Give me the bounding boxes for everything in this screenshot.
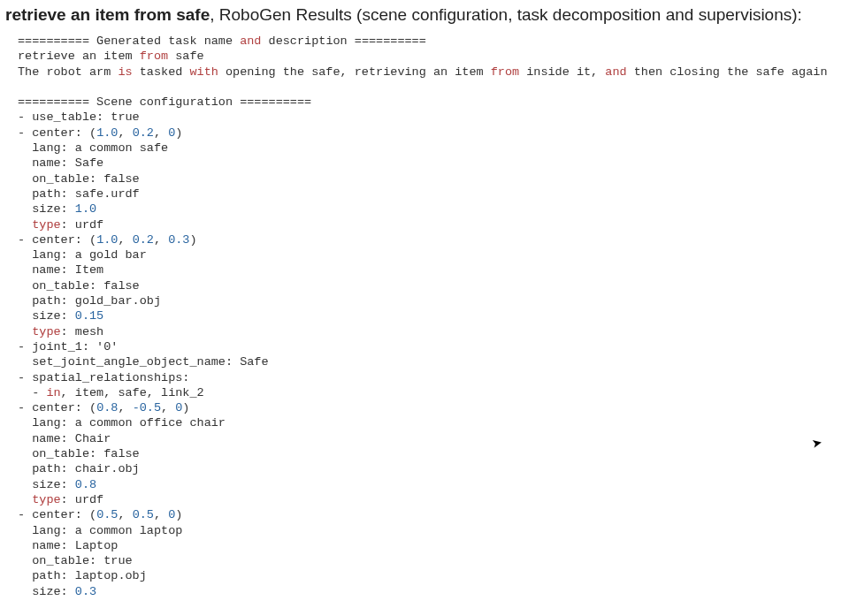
safe-center-a: - center: ( [18,126,96,140]
use-table-line: - use_table: true [18,110,140,124]
laptop-n1: 0.5 [96,508,118,521]
safe-name: name: Safe [18,156,103,170]
chair-name: name: Chair [18,432,111,445]
item-on-table: on_table: false [18,279,140,293]
chair-path: path: chair.obj [18,462,140,475]
item-path: path: gold_bar.obj [18,294,161,308]
laptop-lang: lang: a common laptop [18,524,182,537]
kw-from-1: from [140,49,168,63]
item-n2: 0.2 [133,233,154,247]
desc-a: The robot arm [18,65,118,79]
safe-lang: lang: a common safe [18,141,168,155]
kw-with: with [189,65,218,79]
title-rest: , RoboGen Results (scene configuration, … [210,5,802,24]
task-name-a: retrieve an item [18,49,140,63]
code-output: ========== Generated task name and descr… [0,27,849,606]
kw-and-1: and [240,34,261,48]
joint-line: - joint_1: '0' [18,340,118,354]
laptop-on-table: on_table: true [18,554,133,567]
laptop-center-a: - center: ( [18,508,96,521]
kw-and-2: and [605,65,626,79]
sep-line-2: ========== Scene configuration =========… [18,95,311,109]
laptop-name: name: Laptop [18,539,118,552]
item-lang: lang: a gold bar [18,248,147,262]
title-bold: retrieve an item from safe [5,5,210,24]
safe-size-n: 1.0 [75,202,96,216]
chair-size-a: size: [18,478,75,491]
laptop-size-a: size: [18,585,75,598]
kw-is: is [118,65,132,79]
spatial-line: - spatial_relationships: [18,371,189,384]
chair-size-n: 0.8 [75,478,96,491]
item-n3: 0.3 [168,233,189,247]
item-size-n: 0.15 [75,309,103,323]
page-title: retrieve an item from safe, RoboGen Resu… [0,0,849,27]
task-name-b: safe [168,49,204,63]
chair-on-table: on_table: false [18,447,140,460]
chair-n1: 0.8 [96,401,118,414]
safe-n2: 0.2 [133,126,154,140]
spatial-item-b: , item, safe, link_2 [61,386,204,399]
chair-n2: -0.5 [133,401,161,414]
chair-type-b: : urdf [61,493,104,506]
desc-e: then closing the safe again [627,65,828,79]
item-name: name: Item [18,263,103,277]
safe-type-kw: type [32,218,60,232]
desc-b: tasked [133,65,190,79]
chair-lang: lang: a common office chair [18,416,226,430]
desc-c: opening the safe, retrieving an item [218,65,491,79]
sep-line-1a: ========== Generated task name [18,34,240,48]
laptop-size-n: 0.3 [75,585,96,598]
laptop-path: path: laptop.obj [18,569,147,582]
spatial-item-a: - [18,386,46,399]
item-type-kw: type [32,325,60,338]
safe-size-a: size: [18,202,75,216]
desc-d: inside it, [519,65,605,79]
safe-n1: 1.0 [96,126,118,140]
kw-from-2: from [491,65,519,79]
item-center-a: - center: ( [18,233,96,247]
item-size-a: size: [18,309,75,323]
item-type-b: : mesh [61,325,104,338]
safe-type-b: : urdf [61,218,104,232]
sep-line-1b: description ========== [261,34,425,48]
safe-on-table: on_table: false [18,172,140,186]
kw-in: in [46,386,60,399]
laptop-n2: 0.5 [133,508,154,521]
item-n1: 1.0 [96,233,118,247]
chair-center-a: - center: ( [18,401,96,414]
safe-path: path: safe.urdf [18,187,140,201]
chair-type-kw: type [32,493,60,506]
set-joint-line: set_joint_angle_object_name: Safe [18,355,269,369]
